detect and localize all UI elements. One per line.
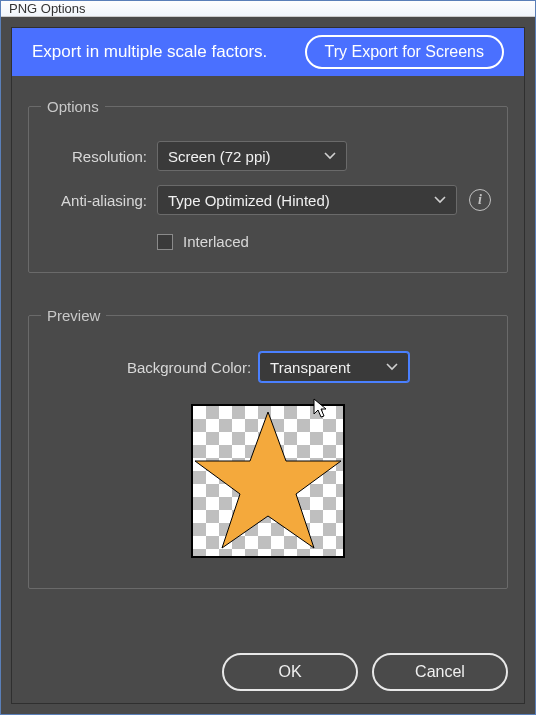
bgcolor-row: Background Color: Transparent [45,352,491,382]
resolution-select[interactable]: Screen (72 ppi) [157,141,347,171]
resolution-label: Resolution: [45,148,157,165]
svg-marker-0 [195,412,341,548]
bgcolor-label: Background Color: [127,359,251,376]
try-export-for-screens-button[interactable]: Try Export for Screens [305,35,504,69]
options-legend: Options [41,98,105,115]
resolution-value: Screen (72 ppi) [168,148,271,165]
png-options-dialog: PNG Options Export in multiple scale fac… [0,0,536,715]
export-banner: Export in multiple scale factors. Try Ex… [12,28,524,76]
preview-area [45,404,491,558]
chevron-down-icon [324,152,336,160]
preview-legend: Preview [41,307,106,324]
interlaced-label: Interlaced [183,233,249,250]
main-panel: Export in multiple scale factors. Try Ex… [11,27,525,704]
antialias-select[interactable]: Type Optimized (Hinted) [157,185,457,215]
bgcolor-select[interactable]: Transparent [259,352,409,382]
dialog-footer: OK Cancel [12,641,524,703]
banner-text: Export in multiple scale factors. [32,42,267,62]
preview-image [191,404,345,558]
antialias-row: Anti-aliasing: Type Optimized (Hinted) i [45,185,491,215]
ok-label: OK [278,663,301,681]
antialias-value: Type Optimized (Hinted) [168,192,330,209]
titlebar[interactable]: PNG Options [1,1,535,17]
cancel-label: Cancel [415,663,465,681]
ok-button[interactable]: OK [222,653,358,691]
cancel-button[interactable]: Cancel [372,653,508,691]
resolution-row: Resolution: Screen (72 ppi) [45,141,491,171]
info-icon[interactable]: i [469,189,491,211]
chevron-down-icon [386,363,398,371]
try-export-label: Try Export for Screens [325,43,484,60]
options-group: Options Resolution: Screen (72 ppi) Anti… [28,98,508,273]
bgcolor-value: Transparent [270,359,350,376]
chevron-down-icon [434,196,446,204]
star-shape-icon [193,406,343,556]
antialias-label: Anti-aliasing: [45,192,157,209]
interlaced-checkbox[interactable] [157,234,173,250]
info-glyph: i [478,192,482,208]
window-title: PNG Options [9,1,86,16]
client-area: Export in multiple scale factors. Try Ex… [1,17,535,714]
interlaced-row: Interlaced [157,233,491,250]
preview-group: Preview Background Color: Transparent [28,307,508,589]
content-area: Options Resolution: Screen (72 ppi) Anti… [12,76,524,641]
